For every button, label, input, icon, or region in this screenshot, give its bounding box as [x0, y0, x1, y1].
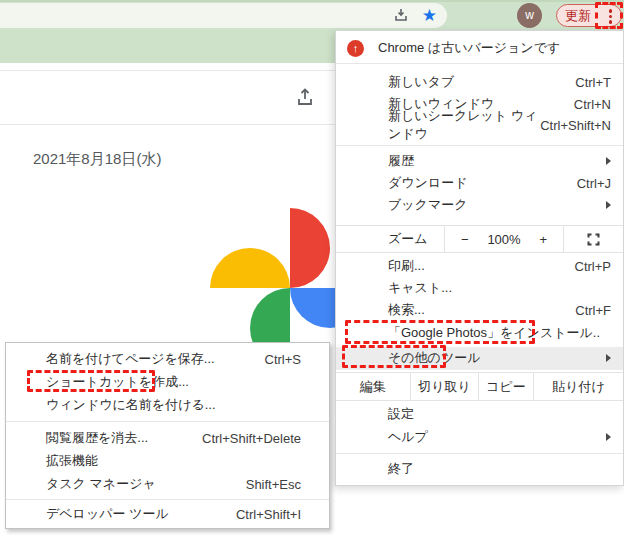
chrome-menu: ↑ Chrome は古いバージョンです 新しいタブ Ctrl+T 新しいウィンド…	[335, 30, 624, 486]
cut-button[interactable]: 切り取り	[411, 373, 479, 400]
zoom-level-value: 100%	[487, 232, 520, 247]
submenu-arrow-icon	[606, 157, 611, 165]
zoom-out-button[interactable]: −	[461, 232, 469, 247]
menu-item-print[interactable]: 印刷... Ctrl+P	[336, 255, 623, 277]
fullscreen-button[interactable]	[564, 226, 623, 252]
menu-dots-icon[interactable]	[609, 9, 613, 24]
update-chrome-button[interactable]: 更新	[556, 4, 622, 27]
menu-item-find[interactable]: 検索... Ctrl+F	[336, 299, 623, 321]
menu-item-history[interactable]: 履歴	[336, 150, 623, 172]
menu-item-new-incognito-window[interactable]: 新しいシークレット ウィンドウ Ctrl+Shift+N	[336, 114, 623, 136]
submenu-item-clear-browsing-data[interactable]: 閲覧履歴を消去... Ctrl+Shift+Delete	[6, 427, 329, 449]
menu-item-help[interactable]: ヘルプ	[336, 426, 623, 448]
menu-item-bookmarks[interactable]: ブックマーク	[336, 194, 623, 216]
menu-item-exit[interactable]: 終了	[336, 458, 623, 480]
submenu-item-developer-tools[interactable]: デベロッパー ツール Ctrl+Shift+I	[6, 503, 329, 525]
menu-zoom-row: ズーム − 100% +	[336, 225, 623, 253]
edit-label: 編集	[336, 373, 411, 400]
bookmark-star-icon[interactable]: ★	[422, 4, 437, 28]
submenu-item-create-shortcut[interactable]: ショートカットを作成...	[6, 371, 329, 393]
submenu-separator	[6, 421, 329, 422]
install-app-icon[interactable]	[393, 7, 409, 23]
menu-edit-row: 編集 切り取り コピー 貼り付け	[336, 372, 623, 401]
submenu-item-extensions[interactable]: 拡張機能	[6, 450, 329, 472]
address-bar[interactable]: ★	[0, 3, 447, 28]
menu-item-more-tools[interactable]: その他のツール	[336, 347, 623, 369]
menu-item-settings[interactable]: 設定	[336, 403, 623, 425]
browser-toolbar: ★ w 更新	[0, 0, 624, 30]
zoom-label: ズーム	[336, 226, 444, 252]
submenu-item-task-manager[interactable]: タスク マネージャ Shift+Esc	[6, 473, 329, 495]
photos-logo-red-petal	[290, 208, 330, 288]
menu-separator	[336, 145, 623, 146]
photos-date-header: 2021年8月18日(水)	[33, 150, 161, 169]
menu-item-cast[interactable]: キャスト...	[336, 277, 623, 299]
update-arrow-icon: ↑	[347, 40, 364, 57]
submenu-arrow-icon	[606, 433, 611, 441]
browser-window: 2021年8月18日(水) ★ w 更新 ↑ Chrome は古いバージョンです	[0, 0, 624, 537]
more-tools-submenu: 名前を付けてページを保存... Ctrl+S ショートカットを作成... ウィン…	[5, 342, 330, 529]
upload-icon[interactable]	[294, 86, 316, 108]
menu-separator	[336, 63, 623, 64]
submenu-item-name-window[interactable]: ウィンドウに名前を付ける...	[6, 394, 329, 416]
menu-item-new-tab[interactable]: 新しいタブ Ctrl+T	[336, 71, 623, 93]
paste-button[interactable]: 貼り付け	[534, 373, 623, 400]
submenu-arrow-icon	[606, 354, 611, 362]
menu-item-install-google-photos[interactable]: 「Google Photos」をインストール..	[336, 322, 623, 344]
profile-avatar[interactable]: w	[517, 3, 542, 28]
menu-item-chrome-outdated[interactable]: ↑ Chrome は古いバージョンです	[336, 34, 623, 62]
window-frame-strip	[0, 0, 624, 2]
zoom-in-button[interactable]: +	[539, 232, 547, 247]
copy-button[interactable]: コピー	[479, 373, 534, 400]
submenu-arrow-icon	[606, 201, 611, 209]
photos-logo-yellow-petal	[210, 248, 290, 288]
submenu-item-save-page-as[interactable]: 名前を付けてページを保存... Ctrl+S	[6, 348, 329, 370]
menu-separator	[336, 453, 623, 454]
submenu-separator	[6, 499, 329, 500]
menu-item-downloads[interactable]: ダウンロード Ctrl+J	[336, 172, 623, 194]
fullscreen-icon	[587, 233, 600, 246]
update-button-label: 更新	[565, 7, 591, 25]
